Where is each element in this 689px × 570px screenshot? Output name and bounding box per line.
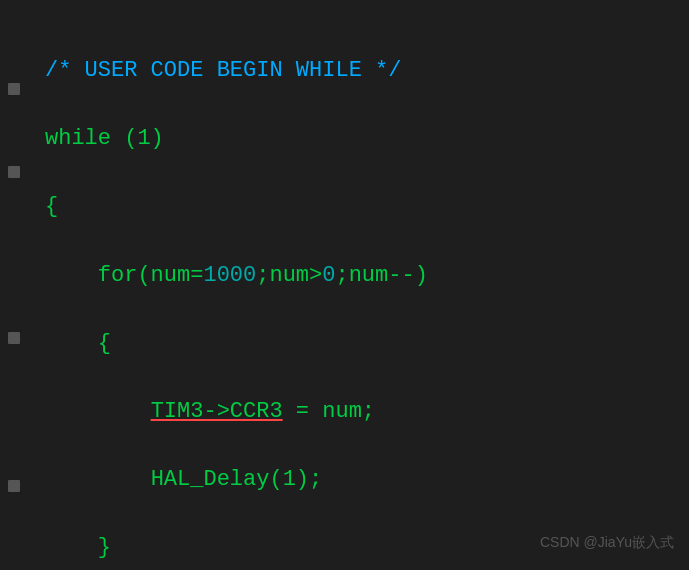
gutter-marker-2 [8,166,20,178]
watermark: CSDN @JiaYu嵌入式 [540,534,674,552]
hal-delay-1: HAL_Delay(1); [151,467,323,492]
keyword-while: while [45,126,111,151]
code-line-4: for(num=1000;num>0;num--) [45,259,674,293]
code-line-3: { [45,190,674,224]
while-paren: (1) [111,126,164,151]
watermark-text: CSDN @JiaYu嵌入式 [540,534,674,550]
number-0: 0 [322,263,335,288]
brace-open-1: { [45,194,58,219]
gutter-marker-1 [8,83,20,95]
gutter-marker-4 [8,480,20,492]
number-1000: 1000 [203,263,256,288]
code-line-6: TIM3->CCR3 = num; [45,395,674,429]
tim3-ccr3-1: TIM3->CCR3 [151,399,283,424]
code-line-2: while (1) [45,122,674,156]
code-line-1: /* USER CODE BEGIN WHILE */ [45,54,674,88]
code-line-5: { [45,327,674,361]
comment-begin-while: /* USER CODE BEGIN WHILE */ [45,58,401,83]
code-block: /* USER CODE BEGIN WHILE */ while (1) { … [30,10,689,570]
code-editor: /* USER CODE BEGIN WHILE */ while (1) { … [0,0,689,570]
for-keyword-1: for [98,263,138,288]
gutter-marker-3 [8,332,20,344]
code-line-7: HAL_Delay(1); [45,463,674,497]
